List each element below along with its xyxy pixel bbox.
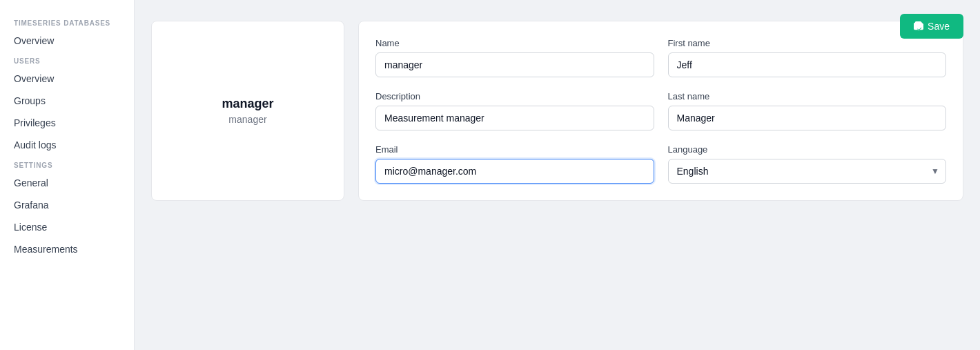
- sidebar-section-users: USERS: [0, 52, 134, 68]
- language-label: Language: [668, 144, 947, 155]
- language-select[interactable]: English French German Spanish: [668, 159, 947, 184]
- language-select-wrapper: English French German Spanish ▼: [668, 159, 947, 184]
- last-name-input[interactable]: [668, 106, 947, 130]
- form-group-language: Language English French German Spanish ▼: [668, 144, 947, 184]
- form-panel: Name First name Description Last name: [358, 21, 963, 201]
- sidebar-item-settings-measurements[interactable]: Measurements: [0, 238, 134, 260]
- form-grid: Name First name Description Last name: [375, 38, 946, 184]
- save-icon: [914, 21, 923, 31]
- sidebar-item-users-audit-logs[interactable]: Audit logs: [0, 134, 134, 156]
- sidebar: TIMESERIES DATABASES Overview USERS Over…: [0, 0, 135, 350]
- form-group-first-name: First name: [668, 38, 947, 77]
- content-area: manager manager Name First name Descript…: [151, 21, 963, 201]
- sidebar-item-users-privileges[interactable]: Privileges: [0, 112, 134, 134]
- sidebar-item-ts-overview[interactable]: Overview: [0, 30, 134, 52]
- name-label: Name: [375, 38, 654, 48]
- user-card-subtitle: manager: [228, 114, 266, 125]
- sidebar-item-users-groups[interactable]: Groups: [0, 90, 134, 112]
- description-label: Description: [375, 91, 654, 101]
- save-button[interactable]: Save: [900, 14, 963, 39]
- user-card-username: manager: [222, 97, 273, 111]
- first-name-label: First name: [668, 38, 947, 48]
- sidebar-item-users-overview[interactable]: Overview: [0, 68, 134, 90]
- form-group-name: Name: [375, 38, 654, 77]
- last-name-label: Last name: [668, 91, 947, 101]
- sidebar-item-settings-grafana[interactable]: Grafana: [0, 194, 134, 216]
- main-content: Save manager manager Name First name: [135, 0, 980, 350]
- name-input[interactable]: [375, 52, 654, 77]
- sidebar-section-settings: SETTINGS: [0, 156, 134, 172]
- sidebar-item-settings-general[interactable]: General: [0, 172, 134, 194]
- email-input[interactable]: [375, 159, 654, 184]
- sidebar-section-timeseries: TIMESERIES DATABASES: [0, 14, 134, 30]
- email-label: Email: [375, 144, 654, 155]
- form-group-description: Description: [375, 91, 654, 130]
- first-name-input[interactable]: [668, 52, 947, 77]
- sidebar-item-settings-license[interactable]: License: [0, 216, 134, 238]
- description-input[interactable]: [375, 106, 654, 130]
- save-button-label: Save: [928, 21, 950, 32]
- form-group-last-name: Last name: [668, 91, 947, 130]
- form-group-email: Email: [375, 144, 654, 184]
- user-card: manager manager: [151, 21, 344, 201]
